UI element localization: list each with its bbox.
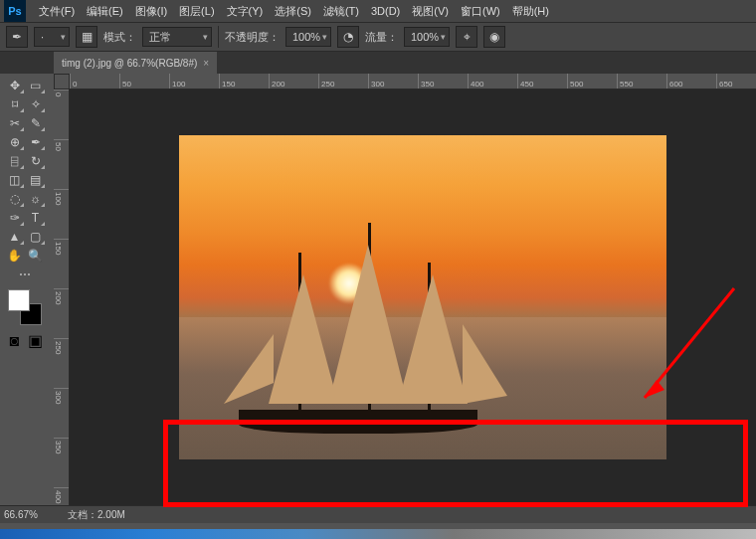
menu-filter[interactable]: 滤镜(T) bbox=[318, 2, 364, 21]
menu-type[interactable]: 文字(Y) bbox=[222, 2, 269, 21]
status-bar: 66.67% 文档：2.00M bbox=[0, 505, 756, 523]
color-swatches[interactable] bbox=[6, 287, 44, 327]
wand-tool[interactable]: ✧ bbox=[25, 94, 46, 113]
mode-label: 模式： bbox=[103, 30, 136, 45]
ruler-tick: 0 bbox=[70, 74, 119, 90]
path-select-tool[interactable]: ▲ bbox=[4, 227, 25, 246]
dodge-tool[interactable]: ☼ bbox=[25, 189, 46, 208]
foreground-color[interactable] bbox=[8, 289, 30, 311]
lasso-tool[interactable]: ⌑ bbox=[4, 94, 25, 113]
ruler-tick: 300 bbox=[54, 388, 69, 438]
ruler-tick: 200 bbox=[269, 74, 318, 90]
close-tab-icon[interactable]: × bbox=[203, 58, 209, 69]
ruler-tick: 250 bbox=[54, 338, 69, 388]
menu-bar: Ps 文件(F) 编辑(E) 图像(I) 图层(L) 文字(Y) 选择(S) 滤… bbox=[0, 0, 756, 22]
move-tool[interactable]: ✥ bbox=[4, 76, 25, 94]
document-tab-bar: timg (2).jpg @ 66.7%(RGB/8#) × bbox=[0, 52, 756, 74]
flow-dropdown[interactable]: 100% bbox=[404, 27, 450, 47]
menu-layer[interactable]: 图层(L) bbox=[174, 2, 219, 21]
doc-info[interactable]: 文档：2.00M bbox=[62, 508, 125, 522]
crop-tool[interactable]: ✂ bbox=[4, 113, 25, 132]
menu-help[interactable]: 帮助(H) bbox=[507, 2, 554, 21]
ruler-tick: 100 bbox=[169, 74, 219, 90]
menu-file[interactable]: 文件(F) bbox=[34, 2, 80, 21]
canvas-area: 0501001502002503003504004505005506006507… bbox=[54, 74, 756, 519]
tools-panel: ✥ ▭ ⌑ ✧ ✂ ✎ ⊕ ✒ ⌸ ↻ ◫ ▤ ◌ ☼ ✑ T ▲ ▢ ✋ 🔍 … bbox=[2, 74, 48, 352]
image-content bbox=[219, 215, 617, 434]
brush-panel-icon[interactable]: ▦ bbox=[76, 26, 97, 48]
ruler-tick: 550 bbox=[617, 74, 666, 90]
document-canvas[interactable] bbox=[179, 135, 666, 459]
menu-view[interactable]: 视图(V) bbox=[407, 2, 454, 21]
ruler-vertical[interactable]: 050100150200250300350400450500550600 bbox=[54, 90, 70, 519]
ruler-origin[interactable] bbox=[54, 74, 70, 90]
brush-tool[interactable]: ✒ bbox=[25, 132, 46, 151]
menu-edit[interactable]: 编辑(E) bbox=[82, 2, 128, 21]
ruler-tick: 400 bbox=[468, 74, 517, 90]
flow-label: 流量： bbox=[365, 30, 398, 45]
ruler-tick: 300 bbox=[368, 74, 418, 90]
ruler-tick: 100 bbox=[54, 189, 69, 239]
menu-select[interactable]: 选择(S) bbox=[270, 2, 316, 21]
type-tool[interactable]: T bbox=[25, 208, 46, 227]
zoom-tool[interactable]: 🔍 bbox=[25, 246, 46, 265]
ruler-tick: 250 bbox=[318, 74, 368, 90]
brush-preset-picker[interactable]: · bbox=[34, 27, 70, 47]
blur-tool[interactable]: ◌ bbox=[4, 189, 25, 208]
ruler-horizontal[interactable]: 0501001502002503003504004505005506006507… bbox=[70, 74, 756, 90]
shape-tool[interactable]: ▢ bbox=[25, 227, 46, 246]
ruler-tick: 150 bbox=[219, 74, 269, 90]
tool-preset-icon[interactable]: ✒ bbox=[6, 26, 28, 48]
ruler-tick: 650 bbox=[716, 74, 756, 90]
menu-3d[interactable]: 3D(D) bbox=[366, 3, 405, 19]
gradient-tool[interactable]: ▤ bbox=[25, 170, 46, 189]
pressure-opacity-icon[interactable]: ◔ bbox=[337, 26, 359, 48]
ruler-tick: 0 bbox=[54, 90, 69, 139]
opacity-label: 不透明度： bbox=[225, 30, 280, 45]
quick-mask-icon[interactable]: ◙ bbox=[4, 331, 25, 350]
ruler-tick: 150 bbox=[54, 239, 69, 288]
separator bbox=[218, 26, 219, 48]
app-logo: Ps bbox=[4, 0, 26, 22]
menu-image[interactable]: 图像(I) bbox=[130, 2, 172, 21]
ruler-tick: 50 bbox=[54, 139, 69, 189]
ruler-tick: 600 bbox=[666, 74, 716, 90]
ruler-tick: 350 bbox=[54, 438, 69, 487]
ruler-tick: 200 bbox=[54, 288, 69, 338]
edit-toolbar-icon[interactable]: ⋯ bbox=[4, 265, 46, 283]
airbrush-icon[interactable]: ⌖ bbox=[456, 26, 477, 48]
pressure-size-icon[interactable]: ◉ bbox=[483, 26, 505, 48]
ruler-tick: 450 bbox=[517, 74, 567, 90]
opacity-dropdown[interactable]: 100% bbox=[285, 27, 331, 47]
eyedropper-tool[interactable]: ✎ bbox=[25, 113, 46, 132]
history-brush-tool[interactable]: ↻ bbox=[25, 151, 46, 170]
document-tab[interactable]: timg (2).jpg @ 66.7%(RGB/8#) × bbox=[54, 52, 217, 74]
hand-tool[interactable]: ✋ bbox=[4, 246, 25, 265]
ruler-tick: 500 bbox=[567, 74, 617, 90]
screen-mode-icon[interactable]: ▣ bbox=[25, 331, 46, 350]
ruler-tick: 350 bbox=[418, 74, 468, 90]
mode-dropdown[interactable]: 正常 bbox=[142, 27, 212, 47]
tab-title: timg (2).jpg @ 66.7%(RGB/8#) bbox=[62, 58, 197, 69]
pen-tool[interactable]: ✑ bbox=[4, 208, 25, 227]
options-bar: ✒ · ▦ 模式： 正常 不透明度： 100% ◔ 流量： 100% ⌖ ◉ bbox=[0, 22, 756, 52]
marquee-tool[interactable]: ▭ bbox=[25, 76, 46, 94]
os-taskbar[interactable] bbox=[0, 529, 756, 539]
eraser-tool[interactable]: ◫ bbox=[4, 170, 25, 189]
heal-tool[interactable]: ⊕ bbox=[4, 132, 25, 151]
ruler-tick: 50 bbox=[119, 74, 169, 90]
stamp-tool[interactable]: ⌸ bbox=[4, 151, 25, 170]
zoom-level[interactable]: 66.67% bbox=[0, 509, 62, 520]
menu-window[interactable]: 窗口(W) bbox=[456, 2, 505, 21]
